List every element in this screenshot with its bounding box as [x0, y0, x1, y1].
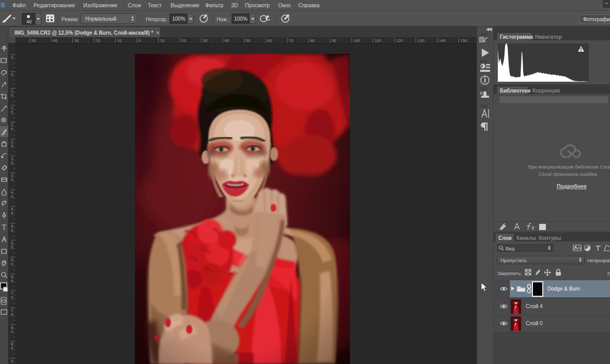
svg-text:0: 0	[11, 194, 13, 199]
svg-text:5: 5	[11, 72, 13, 77]
svg-text:90: 90	[332, 38, 337, 43]
svg-text:0: 0	[11, 161, 13, 165]
svg-text:5: 5	[11, 177, 13, 182]
svg-text:5: 5	[11, 312, 13, 317]
svg-text:20: 20	[181, 38, 186, 43]
svg-text:0: 0	[11, 262, 13, 266]
svg-text:5: 5	[11, 144, 13, 148]
svg-text:0: 0	[11, 127, 13, 131]
svg-text:20: 20	[96, 38, 100, 43]
svg-text:50: 50	[246, 38, 251, 43]
svg-text:0: 0	[11, 93, 13, 98]
svg-text:110: 110	[375, 38, 382, 43]
svg-text:60: 60	[267, 38, 272, 43]
svg-text:0: 0	[11, 55, 13, 60]
svg-text:5: 5	[11, 211, 13, 216]
svg-text:0: 0	[139, 38, 141, 43]
svg-text:30: 30	[203, 38, 208, 43]
svg-text:50: 50	[32, 38, 36, 43]
svg-text:5: 5	[11, 110, 13, 115]
svg-text:40: 40	[53, 38, 57, 43]
svg-text:5: 5	[11, 245, 13, 250]
svg-text:70: 70	[289, 38, 294, 43]
svg-text:30: 30	[74, 38, 79, 43]
svg-text:80: 80	[310, 38, 315, 43]
svg-text:40: 40	[224, 38, 229, 43]
svg-text:5: 5	[11, 279, 13, 283]
svg-text:5: 5	[11, 346, 13, 351]
svg-text:0: 0	[11, 295, 13, 300]
svg-text:0: 0	[11, 329, 13, 334]
svg-text:0: 0	[11, 228, 13, 233]
svg-text:10: 10	[160, 38, 165, 43]
svg-text:10: 10	[117, 38, 122, 43]
